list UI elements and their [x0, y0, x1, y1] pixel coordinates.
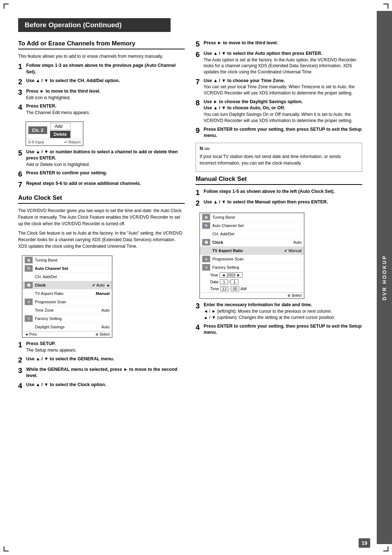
manual-menu-footer: ⊕ Select [200, 292, 304, 298]
manual-row-tuning: ▣ Tuning Band [200, 213, 304, 222]
menu-row-auto-channel: 📡 Auto Channel Set [23, 264, 112, 273]
time-zone-value: Auto [101, 308, 112, 312]
year-label: Year [210, 273, 220, 277]
right-step-5-bold: Press ► to move to the third level. [204, 40, 362, 46]
right-step-8-bold2: Use ▲ / ▼ to choose Auto, On, or Off. [204, 105, 362, 112]
corner-mark-tl [4, 4, 9, 9]
right-step-7-sub: You can set your local Time Zone manuall… [204, 84, 362, 96]
right-step-num-5: 5 [196, 40, 202, 48]
factory-label: Factory Setting [35, 316, 112, 321]
manual-clock-icon: 🕐 [202, 239, 210, 246]
manual-step-3-sub2: ▲ / ▼ (up/down): Changes the setting at … [204, 315, 362, 321]
auto-step-num-1: 1 [18, 341, 25, 349]
channel-add-option: Add [50, 123, 70, 130]
manual-row-auto-ch: 📡 Auto Channel Set [200, 222, 304, 230]
manual-step-4-content: Press ENTER to confirm your setting, the… [204, 323, 362, 336]
manual-step-num-2: 2 [196, 199, 202, 207]
right-step-6-bold: Use ▲ / ▼ to select the Auto option then… [204, 50, 362, 57]
right-step-8: 8 Use ► to choose the Daylight Savings o… [196, 99, 362, 124]
right-step-8-content: Use ► to choose the Daylight Savings opt… [204, 99, 362, 124]
tv-aspect-value: Manual [96, 291, 112, 296]
right-step-8-sub: You can turn Daylight Savings On or Off … [204, 112, 362, 124]
step-5-left-content: Use ▲ / ▼ or number buttons to select a … [26, 149, 185, 168]
auto-clock-section: Auto Clock Set The VCR/DVD Recorder give… [18, 194, 185, 389]
manual-step-num-3: 3 [196, 302, 202, 310]
tuning-icon: ▣ [25, 257, 33, 263]
manual-step-num-1: 1 [196, 189, 202, 197]
manual-row-year: Year ◄ 2003 ► [208, 272, 304, 279]
select-label: ⊕ Select [95, 332, 110, 336]
clock-arrow: ► [107, 283, 112, 287]
auto-step-num-4: 4 [18, 382, 25, 390]
menu-row-factory: ⚙ Factory Setting [23, 315, 112, 323]
manual-row-date: Date 1 / 1 [208, 279, 304, 285]
note-box: N ote If your local TV station does not … [196, 143, 362, 172]
right-step-5: 5 Press ► to move to the third level. [196, 40, 362, 48]
manual-clock-value: Auto [293, 240, 304, 244]
auto-step-num-2: 2 [18, 356, 25, 364]
channel-menu-box: Ch. 2 Add Delete 0-9 Input ↩ Return [25, 121, 83, 146]
auto-step-2-bold: Use ▲ / ▼ to select the GENERAL menu. [26, 356, 185, 362]
manual-row-ch-adddel: CH. Add/Del [200, 230, 304, 238]
right-step-7-content: Use ▲ / ▼ to choose your Time Zone. You … [204, 78, 362, 96]
auto-step-4-bold: Use ▲ / ▼ to select the Clock option. [26, 382, 185, 388]
step-4-bold: Press ENTER. [26, 103, 185, 110]
time-hours: 12 [220, 286, 228, 291]
channel-input-label: 0-9 Input [28, 140, 44, 145]
step-3-sub: Edit icon is highlighted. [26, 95, 185, 101]
factory-icon: ⚙ [25, 315, 33, 322]
auto-channel-icon: 📡 [25, 265, 33, 272]
manual-tuning-icon: ▣ [202, 214, 210, 220]
auto-step-2-content: Use ▲ / ▼ to select the GENERAL menu. [26, 356, 185, 362]
step-num-4: 4 [18, 103, 25, 111]
time-zone-icon [25, 307, 33, 313]
year-value: ◄ 2003 ► [220, 272, 242, 278]
step-7-left-bold: Repeat steps 5-6 to add or erase additio… [26, 181, 185, 187]
ch-adddel-icon [25, 274, 33, 280]
manual-row-time: Time 12 : 00 AM [208, 285, 304, 292]
step-6-left-bold: Press ENTER to confirm your setting. [26, 170, 185, 177]
step-5-left-bold: Use ▲ / ▼ or number buttons to select a … [26, 149, 185, 162]
manual-ch-adddel-icon [202, 231, 210, 237]
manual-row-clock: 🕐 Clock Auto [200, 238, 304, 247]
step-6-left: 6 Press ENTER to confirm your setting. [18, 170, 185, 178]
auto-clock-intro: The VCR/DVD Recorder gives you two ways … [18, 207, 185, 227]
corner-mark-bl [4, 546, 9, 551]
auto-step-2: 2 Use ▲ / ▼ to select the GENERAL menu. [18, 356, 185, 364]
corner-mark-br [383, 546, 388, 551]
manual-factory-icon: ⚙ [202, 264, 210, 271]
note-title: N [200, 146, 203, 151]
right-column: 5 Press ► to move to the third level. 6 … [196, 40, 362, 392]
manual-ch-adddel-label: CH. Add/Del [212, 232, 304, 236]
auto-clock-intro2: The Clock Set feature is set to Auto at … [18, 230, 185, 250]
auto-step-3-bold: While the GENERAL menu is selected, pres… [26, 366, 185, 379]
step-4: 4 Press ENTER. The Channel Edit menu app… [18, 103, 185, 116]
step-1: 1 Follow steps 1-3 as shown above to the… [18, 62, 185, 75]
right-step-9: 9 Press ENTER to confirm your setting, t… [196, 126, 362, 139]
manual-tv-aspect-label: TV Aspect Ratio [212, 248, 284, 253]
date-sep: / [228, 280, 230, 284]
step-num-3: 3 [18, 88, 25, 96]
step-7-left-content: Repeat steps 5-6 to add or erase additio… [26, 181, 185, 187]
manual-prog-label: Progressive Scan [212, 257, 304, 261]
manual-tv-aspect-value: ✔ Manual [284, 248, 304, 253]
corner-mark-tr [383, 4, 388, 9]
manual-step-1-bold: Follow steps 1-5 as shown above to the l… [204, 189, 362, 195]
manual-step-4: 4 Press ENTER to confirm your setting, t… [196, 323, 362, 336]
manual-tuning-label: Tuning Band [212, 215, 304, 219]
auto-step-num-3: 3 [18, 366, 25, 374]
page-number: 19 [359, 538, 370, 548]
right-step-6-content: Use ▲ / ▼ to select the Auto option then… [204, 50, 362, 75]
auto-clock-heading: Auto Clock Set [18, 194, 185, 204]
daylight-value: Auto [101, 325, 112, 329]
manual-auto-ch-label: Auto Channel Set [212, 223, 304, 228]
prev-label: ◄ Prev. [25, 332, 37, 336]
two-col-layout: To Add or Erase Channels from Memory Thi… [18, 40, 362, 392]
sidebar-label: DVR HOOKUP [381, 255, 387, 300]
auto-step-3: 3 While the GENERAL menu is selected, pr… [18, 366, 185, 379]
step-4-content: Press ENTER. The Channel Edit menu appea… [26, 103, 185, 116]
prog-scan-label: Progressive Scan [35, 300, 112, 304]
tuning-label: Tuning Band [35, 258, 112, 262]
daylight-icon [25, 324, 33, 330]
right-step-8-bold: Use ► to choose the Daylight Savings opt… [204, 99, 362, 105]
